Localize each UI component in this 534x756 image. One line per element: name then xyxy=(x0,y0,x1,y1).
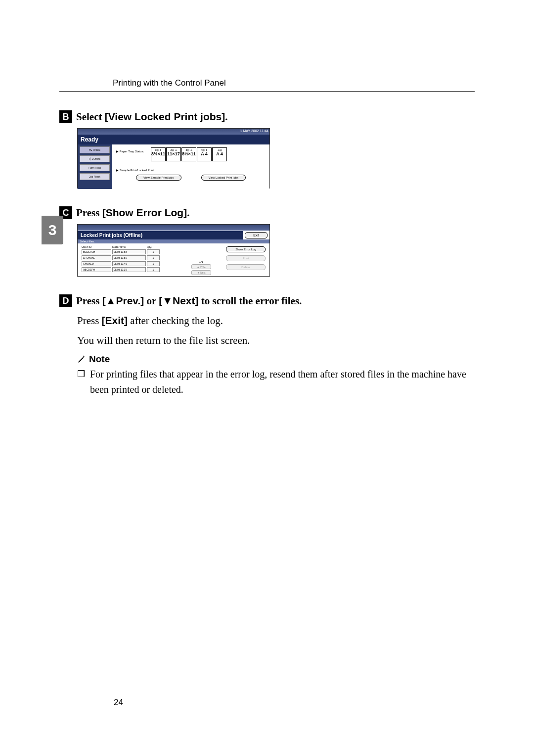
jobreset-button[interactable]: Job Reset xyxy=(80,173,110,180)
chapter-tab: 3 xyxy=(42,216,63,244)
page-number: 24 xyxy=(114,698,123,708)
step-2-verb: Select xyxy=(76,111,105,123)
body-1a: Press xyxy=(77,315,102,327)
table-row[interactable]: EFGHIJKL 08/08 11:501 xyxy=(82,255,191,260)
step-4-verb: Press xyxy=(76,295,102,307)
tray-3: 3▥ ⬌8½×11 xyxy=(181,147,196,161)
table-row[interactable]: ABCDEFH 08/08 11:391 xyxy=(82,267,191,272)
header-rule xyxy=(59,91,475,92)
step-3-end: . xyxy=(187,207,189,219)
delete-button[interactable]: Delete xyxy=(226,264,266,270)
step-4-text: Press [▲Prev.] or [▼Next] to scroll the … xyxy=(76,295,302,307)
screenshot-ready: 1 MAY 2002 11:44 Ready H▸ Online I┤◂ Off… xyxy=(77,128,270,189)
step-badge-4: D xyxy=(59,294,72,307)
bullet-icon: ❒ xyxy=(77,369,85,397)
step-2-ui: [View Locked Print jobs] xyxy=(105,111,225,122)
view-sample-button[interactable]: View Sample Print jobs xyxy=(136,175,181,181)
exit-button[interactable]: Exit xyxy=(245,232,267,238)
step-4-mid: or xyxy=(144,295,159,307)
paper-tray-label: ▶ Paper Tray Status: xyxy=(116,149,151,153)
step-4: D Press [▲Prev.] or [▼Next] to scroll th… xyxy=(59,294,475,307)
step-4-end: to scroll the error files. xyxy=(199,295,302,307)
ss1-sidebar: H▸ Online I┤◂ Offline Form Feed Job Rese… xyxy=(78,144,112,189)
step-badge-2: B xyxy=(59,110,72,123)
ss2-body: User ID Date/Time Qty. BCDEFGH 08/08 11:… xyxy=(78,243,269,277)
step-3: C Press [Show Error Log]. Locked Print j… xyxy=(59,206,475,289)
ss2-header: Locked Print jobs (Offline) Exit xyxy=(78,231,269,239)
running-header: Printing with the Control Panel xyxy=(113,78,475,88)
offline-button[interactable]: I┤◂ Offline xyxy=(80,155,110,162)
view-locked-button[interactable]: View Locked Print jobs xyxy=(201,175,246,181)
ss1-ready-label: Ready xyxy=(78,135,269,144)
note-label: Note xyxy=(89,354,110,365)
show-error-log-button[interactable]: Show Error Log xyxy=(226,246,266,252)
note-text: For printing files that appear in the er… xyxy=(90,367,475,397)
prev-button[interactable]: ▲ Prev. xyxy=(191,264,211,269)
step-2: B Select [View Locked Print jobs]. 1 MAY… xyxy=(59,110,475,201)
sampleprint-label: ▶ Sample Print/Locked Print: xyxy=(116,168,266,172)
body-line-2: You will then return to the file list sc… xyxy=(77,332,475,349)
step-3-heading: C Press [Show Error Log]. xyxy=(59,206,475,219)
th-qty: Qty. xyxy=(147,245,162,248)
pencil-icon xyxy=(77,355,86,364)
tray-5: ⬌▤A 4 xyxy=(212,147,227,161)
online-button[interactable]: H▸ Online xyxy=(80,146,110,153)
viewbtns: View Sample Print jobs View Locked Print… xyxy=(116,175,266,181)
ss2-subhead: Select files. xyxy=(78,239,269,243)
step-2-text: Select [View Locked Print jobs]. xyxy=(76,111,227,123)
step-4-ui2: [▼Next] xyxy=(159,295,198,306)
ss1-clock: 1 MAY 2002 11:44 xyxy=(240,129,268,133)
formfeed-button[interactable]: Form Feed xyxy=(80,164,110,171)
print-button[interactable]: Print xyxy=(226,255,266,261)
tray-2: 2▤ ⬌11×17 xyxy=(166,147,181,161)
ss2-table: User ID Date/Time Qty. BCDEFGH 08/08 11:… xyxy=(82,245,191,275)
step-3-ui: [Show Error Log] xyxy=(102,207,187,218)
note-header: Note xyxy=(77,354,475,365)
right-col: Show Error Log Print Delete xyxy=(211,245,266,275)
step-4-ui1: [▲Prev.] xyxy=(102,295,144,306)
body-1b: after checking the log. xyxy=(128,315,223,327)
body-line-1: Press [Exit] after checking the log. xyxy=(77,312,475,330)
tray-4: 4▥ ⬍A 4 xyxy=(197,147,212,161)
table-row[interactable]: GHIJKLM 08/08 11:461 xyxy=(82,261,191,266)
paging-col: 1/1 ▲ Prev. ▼ Next xyxy=(191,245,211,275)
ss2-titlebar xyxy=(78,225,269,231)
screenshot-locked: Locked Print jobs (Offline) Exit Select … xyxy=(77,224,270,277)
th-userid: User ID xyxy=(82,245,112,248)
body-1u: [Exit] xyxy=(102,315,128,326)
step-4-heading: D Press [▲Prev.] or [▼Next] to scroll th… xyxy=(59,294,475,307)
step-2-heading: B Select [View Locked Print jobs]. xyxy=(59,110,475,123)
tray-row: 1▥ ⬍8½×11 2▤ ⬌11×17 3▥ ⬌8½×11 4▥ ⬍A 4 ⬌▤… xyxy=(151,147,227,161)
th-datetime: Date/Time xyxy=(112,245,147,248)
ss1-titlebar: 1 MAY 2002 11:44 xyxy=(78,129,269,135)
ss1-main: ▶ Paper Tray Status: 1▥ ⬍8½×11 2▤ ⬌11×17… xyxy=(112,144,269,189)
table-header: User ID Date/Time Qty. xyxy=(82,245,191,248)
ss1-body: H▸ Online I┤◂ Offline Form Feed Job Rese… xyxy=(78,144,269,189)
step-2-end: . xyxy=(225,111,227,123)
table-row[interactable]: BCDEFGH 08/08 11:581 xyxy=(82,249,191,254)
next-button[interactable]: ▼ Next xyxy=(191,270,211,275)
step-3-text: Press [Show Error Log]. xyxy=(76,207,189,219)
step-3-verb: Press xyxy=(76,207,102,219)
tray-1: 1▥ ⬍8½×11 xyxy=(151,147,166,161)
page-indicator: 1/1 xyxy=(191,260,211,263)
ss2-title: Locked Print jobs (Offline) xyxy=(78,231,243,239)
note-body: ❒ For printing files that appear in the … xyxy=(77,367,475,397)
